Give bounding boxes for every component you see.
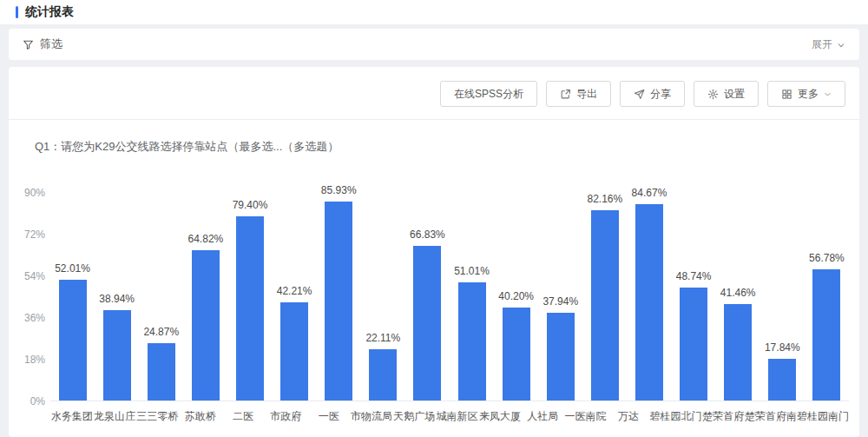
x-axis-label: 楚荣首府 <box>702 409 745 424</box>
x-axis-label: 市物流局 <box>350 409 392 424</box>
bar-value-label: 24.87% <box>143 326 179 338</box>
bar-group: 17.84% <box>760 193 805 401</box>
bar-value-label: 64.82% <box>188 233 224 245</box>
bar[interactable] <box>503 308 530 401</box>
bar-group: 42.21% <box>273 193 317 401</box>
bar-value-label: 79.40% <box>233 199 268 211</box>
bar[interactable] <box>635 204 663 401</box>
more-button[interactable]: 更多 <box>767 81 845 107</box>
bar[interactable] <box>59 280 87 401</box>
bar-value-label: 37.94% <box>542 295 578 308</box>
bar-value-label: 85.93% <box>321 184 357 196</box>
bar-group: 41.46% <box>716 193 760 401</box>
bar-group: 56.78% <box>805 193 849 401</box>
bar[interactable] <box>812 269 840 401</box>
bar-group: 64.82% <box>183 193 227 401</box>
bar-group: 22.11% <box>361 193 405 401</box>
bar-group: 79.40% <box>227 193 272 401</box>
more-label: 更多 <box>798 87 819 102</box>
bar[interactable] <box>768 359 796 401</box>
bar[interactable] <box>458 282 486 401</box>
bar[interactable] <box>103 310 131 401</box>
report-card: 在线SPSS分析 导出 分享 设置 更多 Q1：请您为K29公交线路选择停靠站点… <box>9 67 859 437</box>
bar-value-label: 66.83% <box>410 228 445 241</box>
filter-icon <box>23 39 34 50</box>
x-axis-label: 市政府 <box>265 409 307 424</box>
bar-group: 84.67% <box>627 193 671 401</box>
x-axis-label: 来凤大厦 <box>478 409 521 424</box>
bar[interactable] <box>192 250 220 401</box>
bar-value-label: 17.84% <box>765 341 800 354</box>
bar-group: 48.74% <box>672 193 716 401</box>
y-axis-tick-label: 36% <box>24 312 45 324</box>
share-button[interactable]: 分享 <box>620 81 685 107</box>
x-axis-label: 碧桂园北门 <box>650 409 702 424</box>
x-axis-label: 一医南院 <box>564 409 607 424</box>
x-axis-label: 楚荣首府南 <box>745 409 797 424</box>
expand-label: 展开 <box>812 37 832 52</box>
bar[interactable] <box>724 304 752 401</box>
share-icon <box>634 89 645 100</box>
x-axis-label: 苏敢桥 <box>179 409 221 424</box>
bar-group: 38.94% <box>95 193 139 401</box>
grid-icon <box>781 89 792 100</box>
x-axis-label: 天鹅广场 <box>393 409 436 424</box>
title-accent-bar <box>16 6 18 18</box>
export-button[interactable]: 导出 <box>546 81 611 107</box>
chevron-down-icon <box>837 41 845 50</box>
bar[interactable] <box>547 313 575 401</box>
bar-value-label: 51.01% <box>454 265 490 277</box>
bar-group: 82.16% <box>582 193 627 401</box>
bar-group: 85.93% <box>317 193 361 401</box>
filter-bar: 筛选 展开 <box>9 29 859 60</box>
expand-button[interactable]: 展开 <box>812 37 845 52</box>
bar[interactable] <box>148 343 175 401</box>
bar[interactable] <box>413 246 441 401</box>
x-axis-label: 二医 <box>221 409 264 424</box>
page-title: 统计报表 <box>25 4 74 20</box>
bar-value-label: 42.21% <box>277 285 312 297</box>
y-axis-tick-label: 18% <box>24 354 45 366</box>
bar-group: 24.87% <box>139 193 183 401</box>
toolbar: 在线SPSS分析 导出 分享 设置 更多 <box>9 67 859 119</box>
bar-value-label: 22.11% <box>365 332 400 344</box>
filter-label: 筛选 <box>40 36 62 52</box>
filter-toggle[interactable]: 筛选 <box>23 36 62 52</box>
bar[interactable] <box>680 288 707 401</box>
bar[interactable] <box>369 349 397 401</box>
bar-value-label: 48.74% <box>676 270 712 282</box>
y-axis: 0%18%36%54%72%90% <box>12 193 45 401</box>
x-axis-label: 三三零桥 <box>136 409 179 424</box>
bar-value-label: 40.20% <box>498 290 534 302</box>
x-axis: 水务集团龙泉山庄三三零桥苏敢桥二医市政府一医市物流局天鹅广场城南新区来凤大厦人社… <box>50 409 849 424</box>
bar-group: 52.01% <box>50 193 95 401</box>
bar-value-label: 56.78% <box>809 252 845 264</box>
bar-value-label: 38.94% <box>99 293 135 305</box>
x-axis-label: 人社局 <box>522 409 564 424</box>
bar-chart: 0%18%36%54%72%90% 52.01%38.94%24.87%64.8… <box>12 193 849 437</box>
x-axis-label: 水务集团 <box>50 409 93 424</box>
y-axis-tick-label: 72% <box>24 228 45 241</box>
spss-analysis-label: 在线SPSS分析 <box>454 87 523 102</box>
x-axis-label: 龙泉山庄 <box>93 409 135 424</box>
spss-analysis-button[interactable]: 在线SPSS分析 <box>440 81 537 107</box>
settings-button[interactable]: 设置 <box>694 81 759 107</box>
bar-group: 40.20% <box>494 193 538 401</box>
y-axis-tick-label: 90% <box>24 187 45 199</box>
export-label: 导出 <box>576 87 597 102</box>
x-axis-label: 碧桂园南门 <box>797 409 849 424</box>
chevron-down-icon <box>824 90 832 98</box>
x-axis-label: 一医 <box>307 409 350 424</box>
bar-value-label: 82.16% <box>588 193 623 205</box>
bar[interactable] <box>280 302 308 401</box>
y-axis-tick-label: 0% <box>30 395 45 407</box>
plot-area: 52.01%38.94%24.87%64.82%79.40%42.21%85.9… <box>50 193 849 401</box>
bar[interactable] <box>325 202 352 401</box>
question-title: Q1：请您为K29公交线路选择停靠站点（最多选...（多选题） <box>9 120 859 155</box>
bar-value-label: 84.67% <box>632 187 667 199</box>
bar[interactable] <box>236 216 264 401</box>
bar-group: 37.94% <box>538 193 582 401</box>
bar-value-label: 52.01% <box>55 262 90 275</box>
share-label: 分享 <box>650 87 671 102</box>
bar[interactable] <box>591 210 619 401</box>
